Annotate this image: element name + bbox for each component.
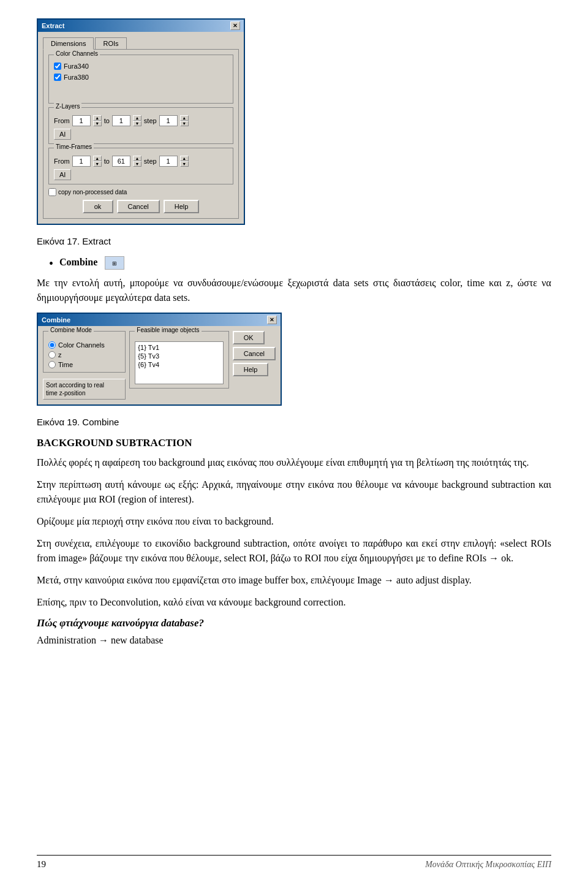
page: Extract ✕ Dimensions ROIs Color Channels — [0, 0, 588, 888]
combine-mode-label: Combine Mode — [48, 327, 94, 333]
mode-time[interactable]: Time — [48, 361, 120, 368]
fura380-checkbox[interactable] — [54, 74, 61, 81]
feasible-listbox[interactable]: {1} Tv1 {5} Tv3 {6} Tv4 — [135, 341, 223, 384]
color-channels-label: Color Channels — [54, 50, 100, 57]
radio-color-channels[interactable] — [48, 341, 56, 349]
figure19-caption-text: Εικόνα 19. Combine — [37, 417, 119, 427]
z-from-row: From ▲ ▼ to ▲ ▼ — [54, 115, 228, 126]
t-step-up[interactable]: ▲ — [180, 156, 189, 161]
footer-institution: Μονάδα Οπτικής Μικροσκοπίας ΕΙΠ — [425, 860, 551, 870]
z-from-label: From — [54, 117, 70, 124]
t-from-up[interactable]: ▲ — [93, 156, 102, 161]
tab-content: Color Channels Fura340 Fura380 — [43, 49, 239, 219]
combine-dialog-screenshot: Combine ✕ Combine Mode Color Channels — [37, 313, 551, 406]
combine-body: Combine Mode Color Channels z — [38, 326, 281, 404]
help-button[interactable]: Help — [164, 200, 200, 213]
combine-close-icon[interactable]: ✕ — [267, 316, 277, 324]
t-to-label: to — [104, 157, 110, 165]
channel-fura340[interactable]: Fura340 — [54, 63, 228, 70]
combine-dialog: Combine ✕ Combine Mode Color Channels — [37, 313, 282, 406]
extract-body: Dimensions ROIs Color Channels Fura340 — [38, 32, 244, 224]
page-footer: 19 Μονάδα Οπτικής Μικροσκοπίας ΕΙΠ — [37, 855, 551, 870]
z-to-down[interactable]: ▼ — [133, 121, 141, 126]
t-to-input[interactable] — [112, 156, 130, 167]
color-channels-group: Color Channels Fura340 Fura380 — [48, 55, 233, 104]
z-from-up[interactable]: ▲ — [93, 115, 102, 121]
z-step-label: step — [144, 117, 157, 124]
t-from-down[interactable]: ▼ — [93, 161, 102, 167]
z-step-spinners: ▲ ▼ — [180, 115, 189, 126]
combine-intro-text: Με την εντολή αυτή, μπορούμε να συνδυάσο… — [37, 276, 551, 305]
bullet-content: Combine ⊞ — [59, 256, 551, 270]
feasible-label: Feasible image objects — [135, 327, 201, 333]
t-step-down[interactable]: ▼ — [180, 161, 189, 167]
list-item-2[interactable]: {5} Tv3 — [137, 352, 221, 360]
sort-button[interactable]: Sort according to realtime z-position — [43, 379, 126, 400]
cancel-button[interactable]: Cancel — [117, 200, 160, 213]
z-step-input[interactable] — [159, 115, 178, 126]
t-step-input[interactable] — [159, 156, 178, 167]
background-para5: Μετά, στην καινούρια εικόνα που εμφανίζε… — [37, 573, 551, 588]
copy-checkbox-row[interactable]: copy non-processed data — [48, 188, 233, 196]
combine-help-button[interactable]: Help — [233, 363, 269, 376]
combine-mode-group: Combine Mode Color Channels z — [43, 331, 126, 373]
z-to-input[interactable] — [112, 115, 130, 126]
radio-time[interactable] — [48, 361, 56, 368]
figure17-caption: Εικόνα 17. Extract — [37, 236, 551, 246]
t-ai-button[interactable]: AI — [54, 169, 71, 180]
combine-right-panel: Feasible image objects {1} Tv1 {5} Tv3 {… — [129, 331, 228, 400]
t-to-up[interactable]: ▲ — [133, 156, 141, 161]
z-step-down[interactable]: ▼ — [180, 121, 189, 126]
bullet-symbol: • — [49, 257, 53, 270]
z-step-up[interactable]: ▲ — [180, 115, 189, 121]
t-to-spinners: ▲ ▼ — [133, 156, 141, 167]
z-from-input[interactable] — [72, 115, 91, 126]
list-item-1[interactable]: {1} Tv1 — [137, 343, 221, 352]
z-to-up[interactable]: ▲ — [133, 115, 141, 121]
combine-cancel-button[interactable]: Cancel — [233, 347, 276, 360]
z-from-down[interactable]: ▼ — [93, 121, 102, 126]
extract-title: Extract — [42, 22, 64, 29]
channel-fura380[interactable]: Fura380 — [54, 74, 228, 81]
ok-button[interactable]: ok — [83, 200, 113, 213]
combine-bullet-section: • Combine ⊞ — [49, 256, 551, 270]
mode-color-channels[interactable]: Color Channels — [48, 341, 120, 349]
close-icon[interactable]: ✕ — [230, 21, 240, 30]
extract-dialog-buttons: ok Cancel Help — [48, 200, 233, 213]
combine-title-buttons: ✕ — [267, 316, 277, 324]
z-ai-button[interactable]: AI — [54, 129, 71, 140]
t-from-input[interactable] — [72, 156, 91, 167]
fura340-checkbox[interactable] — [54, 63, 61, 70]
combine-action-buttons: OK Cancel Help — [233, 331, 276, 400]
tab-dimensions[interactable]: Dimensions — [43, 37, 94, 50]
t-from-row: From ▲ ▼ to ▲ ▼ — [54, 156, 228, 167]
mode-color-label: Color Channels — [58, 341, 105, 349]
background-para3: Ορίζουμε μία περιοχή στην εικόνα που είν… — [37, 514, 551, 529]
copy-checkbox[interactable] — [48, 188, 56, 196]
combine-titlebar: Combine ✕ — [38, 314, 281, 326]
t-from-label: From — [54, 157, 70, 165]
background-para1: Πολλές φορές η αφαίρεση του background μ… — [37, 455, 551, 470]
background-para4: Στη συνέχεια, επιλέγουμε το εικονίδιο ba… — [37, 536, 551, 566]
extract-dialog-screenshot: Extract ✕ Dimensions ROIs Color Channels — [37, 18, 551, 225]
extract-titlebar: Extract ✕ — [38, 20, 244, 32]
new-db-text: Administration → new database — [37, 633, 551, 648]
mode-z-label: z — [58, 351, 62, 359]
z-layers-label: Z-Layers — [54, 103, 81, 110]
radio-z[interactable] — [48, 351, 56, 359]
t-to-down[interactable]: ▼ — [133, 161, 141, 167]
list-item-3[interactable]: {6} Tv4 — [137, 360, 221, 369]
title-buttons: ✕ — [230, 21, 240, 30]
t-step-spinners: ▲ ▼ — [180, 156, 189, 167]
mode-z[interactable]: z — [48, 351, 120, 359]
fura380-label: Fura380 — [64, 74, 89, 81]
tab-rois[interactable]: ROIs — [95, 37, 126, 50]
combine-ok-button[interactable]: OK — [233, 331, 265, 344]
tab-strip: Dimensions ROIs — [43, 37, 239, 49]
z-layers-content: From ▲ ▼ to ▲ ▼ — [54, 115, 228, 140]
fura340-label: Fura340 — [64, 63, 89, 70]
background-para2: Στην περίπτωση αυτή κάνουμε ως εξής: Αρχ… — [37, 477, 551, 507]
z-to-label: to — [104, 117, 110, 124]
z-layers-group: Z-Layers From ▲ ▼ to — [48, 107, 233, 144]
mode-time-label: Time — [58, 361, 73, 368]
